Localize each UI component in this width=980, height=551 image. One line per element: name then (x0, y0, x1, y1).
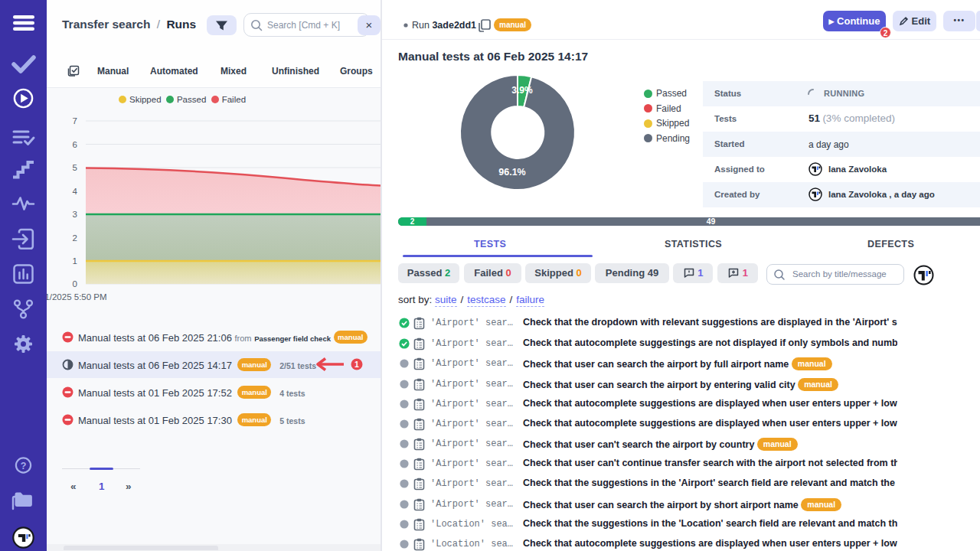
svg-text:?: ? (21, 461, 27, 471)
svg-text:5: 5 (73, 163, 77, 172)
svg-text:1: 1 (354, 360, 359, 369)
svg-text:4: 4 (73, 187, 78, 196)
svg-text:3: 3 (73, 210, 77, 219)
svg-text:0: 0 (73, 279, 77, 289)
svg-text:2: 2 (73, 233, 77, 243)
svg-text:3.9%: 3.9% (511, 85, 533, 96)
svg-text:96.1%: 96.1% (498, 167, 525, 178)
svg-text:6: 6 (73, 140, 77, 149)
svg-text:7: 7 (73, 116, 77, 126)
svg-text:1: 1 (73, 256, 77, 266)
